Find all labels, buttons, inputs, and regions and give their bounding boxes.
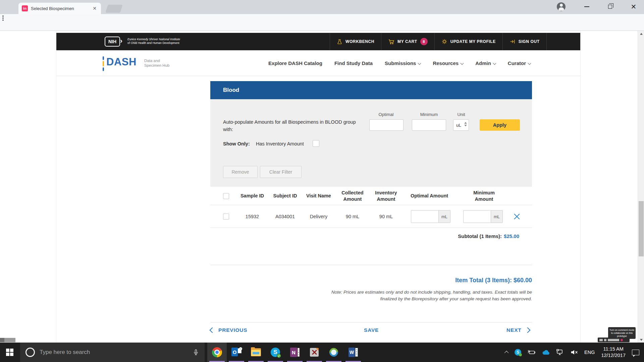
browser-tab-strip: in Selected Biospecimen ✕ ✕ [0, 0, 644, 14]
window-restore-button[interactable] [602, 0, 618, 13]
invision-screens-icon[interactable] [604, 339, 606, 341]
outlook-icon: ✓O [231, 348, 241, 357]
invision-grid-icon[interactable] [599, 339, 603, 341]
taskbar-chrome-button[interactable] [207, 343, 227, 362]
remove-row-icon[interactable] [513, 213, 521, 220]
triangle-down-icon [640, 339, 643, 341]
window-minimize-button[interactable] [579, 0, 594, 13]
save-button[interactable]: SAVE [364, 327, 379, 333]
taskbar-outlook-button[interactable]: ✓O [227, 343, 246, 362]
action-center-button[interactable] [629, 343, 644, 362]
minimum-input[interactable] [412, 119, 446, 131]
taskbar-skype-button[interactable]: S✓ [266, 343, 285, 362]
taskbar-onenote-button[interactable]: N [285, 343, 305, 362]
action-center-icon [632, 350, 639, 355]
unit-select[interactable]: uL [453, 119, 469, 131]
language-label: ENG [584, 350, 595, 355]
row-checkbox[interactable] [223, 214, 229, 220]
minimum-unit-suffix: mL [491, 210, 503, 223]
browser-tab[interactable]: in Selected Biospecimen ✕ [18, 3, 101, 14]
chevron-right-icon [525, 327, 530, 333]
scroll-down-button[interactable] [638, 337, 644, 343]
row-minimum-input[interactable] [463, 210, 491, 223]
has-inventory-checkbox[interactable] [313, 140, 319, 147]
tray-skype-icon[interactable]: S [512, 343, 524, 362]
tab-close-icon[interactable]: ✕ [92, 5, 98, 11]
taskbar-file-explorer-button[interactable] [246, 343, 266, 362]
microphone-icon[interactable] [193, 348, 199, 356]
subtotal-label: Subtotal (1 Items): [458, 233, 502, 239]
browser-menu-icon[interactable] [0, 14, 6, 22]
previous-label: PREVIOUS [218, 327, 248, 333]
blood-panel-filter: Auto-populate Amounts for all Biospecime… [210, 99, 532, 187]
nih-org-line1: Eunice Kennedy Shriver National Institut… [127, 38, 180, 41]
spinner-arrows-icon[interactable] [464, 122, 467, 126]
taskbar-exceed-button[interactable] [305, 343, 324, 362]
tray-network-icon[interactable] [553, 343, 567, 362]
my-cart-button[interactable]: MY CART 8 [381, 33, 434, 50]
cisco-anyconnect-icon [328, 346, 340, 359]
nav-find-study-data[interactable]: Find Study Data [334, 60, 373, 66]
invision-comment-tooltip: Turn on comment mode to collaborate on t… [608, 327, 636, 339]
invision-comment-dot-icon[interactable] [621, 339, 623, 341]
col-optimal-amount: Optimal Amount [409, 187, 449, 205]
tray-expand-button[interactable] [502, 343, 512, 362]
clear-filter-button[interactable]: Clear Filter [260, 166, 302, 178]
running-indicator [248, 361, 264, 362]
window-close-button[interactable]: ✕ [626, 0, 641, 13]
nav-explore-dash-catalog[interactable]: Explore DASH Catalog [268, 60, 322, 66]
new-tab-button[interactable] [105, 5, 123, 13]
tab-title: Selected Biospecimen [31, 6, 92, 11]
col-minimum-amount: Minimum Amount [464, 187, 504, 205]
dash-logo-text[interactable]: DASH [106, 56, 137, 68]
chevron-left-icon [210, 327, 215, 333]
remove-button[interactable]: Remove [223, 166, 258, 178]
search-input[interactable] [40, 349, 174, 356]
onenote-icon: N [290, 348, 300, 357]
invision-console-bar[interactable] [598, 338, 630, 342]
nih-org-name: Eunice Kennedy Shriver National Institut… [127, 38, 180, 45]
clock-date: 12/12/2017 [601, 352, 626, 359]
page-scrollbar[interactable] [638, 31, 644, 343]
update-profile-button[interactable]: UPDATE MY PROFILE [434, 33, 502, 50]
workbench-button[interactable]: WORKBENCH [330, 33, 381, 50]
nav-curator[interactable]: Curator [508, 60, 531, 66]
tray-clock[interactable]: 11:15 AM 12/12/2017 [598, 346, 629, 359]
tray-language[interactable]: ENG [581, 343, 598, 362]
row-optimal-input[interactable] [411, 210, 438, 223]
invision-share-widget[interactable] [0, 338, 15, 342]
content-left-edge [56, 31, 56, 343]
minimum-amount-field: mL [463, 210, 503, 223]
nav-admin[interactable]: Admin [475, 60, 496, 66]
select-all-checkbox[interactable] [223, 193, 229, 199]
chrome-icon [212, 347, 222, 357]
blood-panel: Blood Auto-populate Amounts for all Bios… [210, 81, 532, 244]
chevron-down-icon [418, 61, 421, 65]
scrollbar-thumb[interactable] [639, 201, 644, 256]
browser-profile-button[interactable] [553, 0, 569, 13]
dash-logo-mark [103, 56, 104, 71]
start-button[interactable] [0, 343, 19, 362]
taskbar-word-button[interactable]: W [343, 343, 363, 362]
content-right-edge [580, 31, 581, 343]
invision-comments-control[interactable] [608, 339, 619, 341]
nav-submissions[interactable]: Submissions [385, 60, 421, 66]
nih-org-line2: of Child Health and Human Development [127, 41, 180, 45]
taskbar-search[interactable] [20, 343, 205, 362]
next-button[interactable]: NEXT [506, 327, 530, 333]
tray-battery-icon[interactable] [524, 343, 539, 362]
scroll-up-button[interactable] [638, 31, 644, 37]
taskbar-cisco-anyconnect-button[interactable] [324, 343, 343, 362]
tray-onedrive-icon[interactable] [539, 343, 553, 362]
running-indicator [307, 361, 322, 362]
tray-volume-icon[interactable] [567, 343, 581, 362]
file-explorer-icon [251, 348, 261, 356]
apply-button[interactable]: Apply [480, 119, 520, 131]
battery-plug-icon [527, 349, 536, 356]
sign-out-button[interactable]: SIGN OUT [502, 33, 547, 50]
previous-button[interactable]: PREVIOUS [210, 327, 248, 333]
nav-resources[interactable]: Resources [433, 60, 463, 66]
optimal-input[interactable] [369, 119, 404, 131]
cell-sample-id: 15932 [239, 205, 266, 228]
running-indicator [209, 361, 225, 362]
